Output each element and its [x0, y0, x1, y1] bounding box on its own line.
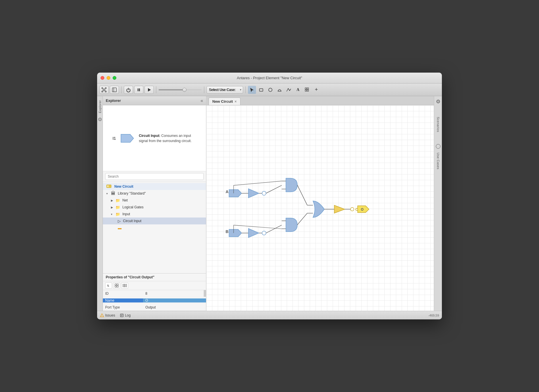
- grid-tool-button[interactable]: [303, 86, 311, 94]
- separator-3: [204, 86, 204, 93]
- speed-slider[interactable]: [159, 89, 202, 90]
- tree-view: New Circuit ▾ 🏛 Library "Standard" ▶ 📁 N…: [103, 182, 206, 273]
- svg-marker-47: [249, 228, 259, 238]
- main-content: Explorer Explorer « I1: [97, 96, 442, 311]
- issues-icon: !: [100, 313, 104, 317]
- tree-expand-logical-gates[interactable]: ▶: [111, 206, 114, 209]
- separator-4: [245, 86, 246, 93]
- polygon-tool-button[interactable]: [276, 86, 284, 94]
- tree-expand-library[interactable]: ▾: [106, 192, 110, 195]
- sidebar-icon-2[interactable]: [98, 117, 102, 122]
- tree-item-net[interactable]: ▶ 📁 Net: [103, 197, 206, 204]
- wire-tool-button[interactable]: [285, 86, 293, 94]
- prop-row-id: ID 8: [103, 290, 206, 297]
- prop-grid-button[interactable]: [113, 282, 120, 289]
- svg-line-53: [297, 185, 307, 205]
- prop-row-name[interactable]: Name O: [103, 297, 206, 304]
- search-container: [103, 171, 206, 182]
- svg-rect-14: [259, 89, 263, 91]
- minimize-button[interactable]: [107, 76, 110, 80]
- maximize-button[interactable]: [113, 76, 116, 80]
- component-id-label: I1: [113, 136, 116, 141]
- use-cases-label[interactable]: Use Cases: [436, 151, 440, 171]
- tree-item-input[interactable]: ▾ 📁 Input: [103, 211, 206, 218]
- svg-line-6: [105, 88, 105, 89]
- svg-marker-13: [148, 88, 151, 92]
- svg-point-62: [351, 207, 354, 211]
- titlebar: Antares - Project Element "New Circuit": [97, 73, 442, 84]
- sidebar-toggle-button[interactable]: [110, 86, 119, 94]
- explorer-panel: Explorer « I1 Circuit Input: Consumes: [103, 96, 206, 311]
- play-button[interactable]: [145, 86, 154, 94]
- toolbar: Select Use Case: Select Use Case:: [97, 84, 442, 96]
- library-icon: 🏛: [111, 191, 116, 196]
- svg-marker-40: [249, 189, 259, 198]
- power-button[interactable]: [124, 86, 133, 94]
- window-title: Antares - Project Element "New Circuit": [237, 76, 302, 80]
- folder-icon-input: 📁: [116, 212, 120, 216]
- select-tool-button[interactable]: [248, 86, 256, 94]
- svg-rect-28: [117, 284, 118, 285]
- bottom-bar: ! Issues Log -469,59: [97, 311, 442, 319]
- tree-item-logical-gates-label: Logical Gates: [122, 205, 143, 209]
- svg-text:!: !: [101, 315, 102, 317]
- text-tool-button[interactable]: A: [294, 86, 302, 94]
- circuit-diagram-svg: A B: [206, 105, 434, 311]
- issues-button[interactable]: ! Issues: [100, 313, 115, 317]
- circle-tool-button[interactable]: [266, 86, 274, 94]
- coordinate-display: -469,59: [428, 314, 439, 317]
- tree-item-logical-gates[interactable]: ▶ 📁 Logical Gates: [103, 204, 206, 211]
- svg-point-42: [262, 191, 266, 195]
- svg-rect-11: [138, 88, 138, 91]
- use-case-selector[interactable]: Select Use Case: Select Use Case:: [207, 86, 243, 94]
- rect-tool-button[interactable]: [257, 86, 265, 94]
- svg-marker-60: [334, 205, 345, 213]
- collapse-explorer-button[interactable]: «: [201, 98, 203, 103]
- prop-label-port-type: Port Type: [103, 305, 143, 309]
- network-button[interactable]: [99, 86, 109, 94]
- tree-expand-net[interactable]: ▶: [111, 199, 114, 202]
- svg-rect-18: [307, 88, 309, 89]
- right-sidebar: ⚙ Scenarios Use Cases: [434, 96, 442, 311]
- circuit-canvas[interactable]: A B: [206, 105, 434, 311]
- explorer-header: Explorer «: [103, 96, 206, 105]
- close-button[interactable]: [101, 76, 104, 80]
- svg-text:B: B: [226, 229, 228, 234]
- explorer-tab-label[interactable]: Explorer: [98, 98, 102, 115]
- add-tool-button[interactable]: +: [312, 86, 320, 94]
- properties-toolbar: ⇅: [103, 281, 206, 290]
- settings-icon[interactable]: ⚙: [436, 98, 440, 105]
- svg-point-3: [102, 91, 103, 92]
- svg-line-56: [297, 213, 307, 225]
- prop-list-button[interactable]: [121, 282, 128, 289]
- tree-item-new-circuit-label: New Circuit: [114, 185, 133, 189]
- svg-rect-12: [139, 88, 140, 91]
- scenarios-label[interactable]: Scenarios: [436, 115, 440, 134]
- tree-item-circuit-input[interactable]: ▷ Circuit Input: [103, 218, 206, 224]
- tree-item-input-label: Input: [122, 212, 130, 216]
- separator-1: [121, 86, 122, 93]
- use-cases-circle-icon[interactable]: [436, 144, 440, 149]
- explorer-title: Explorer: [106, 98, 121, 103]
- prop-label-name: Name: [103, 298, 143, 302]
- tree-item-library-standard[interactable]: ▾ 🏛 Library "Standard": [103, 190, 206, 197]
- canvas-tab-close-button[interactable]: ×: [235, 100, 237, 104]
- svg-rect-17: [305, 88, 307, 89]
- tree-item-more[interactable]: ▬: [103, 224, 206, 231]
- search-input[interactable]: [105, 173, 204, 180]
- tree-item-new-circuit[interactable]: New Circuit: [103, 183, 206, 190]
- circuit-input-tree-icon: ▷: [118, 219, 121, 223]
- svg-line-43: [266, 185, 282, 193]
- canvas-tab-new-circuit[interactable]: New Circuit ×: [209, 98, 240, 105]
- prop-value-id: 8: [143, 292, 204, 296]
- svg-marker-23: [121, 134, 134, 142]
- prop-sort-button[interactable]: ⇅: [105, 282, 112, 289]
- pause-button[interactable]: [134, 86, 143, 94]
- use-case-select[interactable]: Select Use Case:: [207, 86, 243, 94]
- prop-value-name: O: [143, 298, 206, 302]
- svg-text:⇅: ⇅: [107, 284, 109, 287]
- log-button[interactable]: Log: [120, 313, 131, 317]
- svg-rect-19: [305, 90, 307, 91]
- tree-expand-input[interactable]: ▾: [111, 213, 114, 216]
- tree-item-circuit-input-label: Circuit Input: [123, 219, 141, 223]
